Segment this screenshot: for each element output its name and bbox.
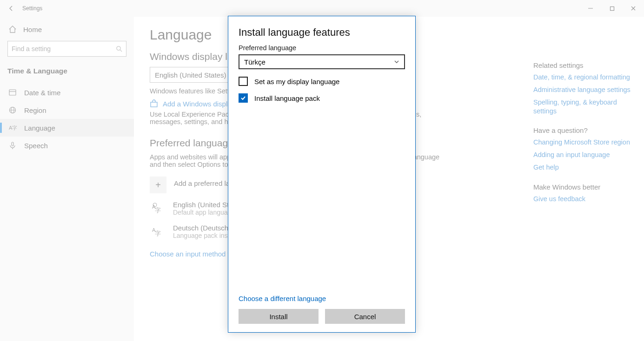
checkbox-label: Install language pack — [254, 94, 320, 102]
checkbox-label: Set as my display language — [254, 78, 339, 85]
chevron-down-icon — [394, 59, 399, 65]
checkbox-checked-icon — [239, 93, 248, 103]
dialog-title: Install language features — [239, 26, 405, 39]
set-display-language-checkbox[interactable]: Set as my display language — [239, 77, 405, 86]
install-button[interactable]: Install — [239, 309, 319, 324]
preferred-language-label: Preferred language — [239, 44, 405, 52]
cancel-button[interactable]: Cancel — [325, 309, 405, 324]
choose-different-language-link[interactable]: Choose a different language — [239, 295, 405, 302]
install-language-dialog: Install language features Preferred lang… — [228, 16, 416, 333]
preferred-language-select[interactable]: Türkçe — [239, 54, 405, 69]
preferred-language-value: Türkçe — [244, 58, 266, 66]
checkbox-unchecked-icon — [239, 77, 248, 86]
install-language-pack-checkbox[interactable]: Install language pack — [239, 93, 405, 103]
